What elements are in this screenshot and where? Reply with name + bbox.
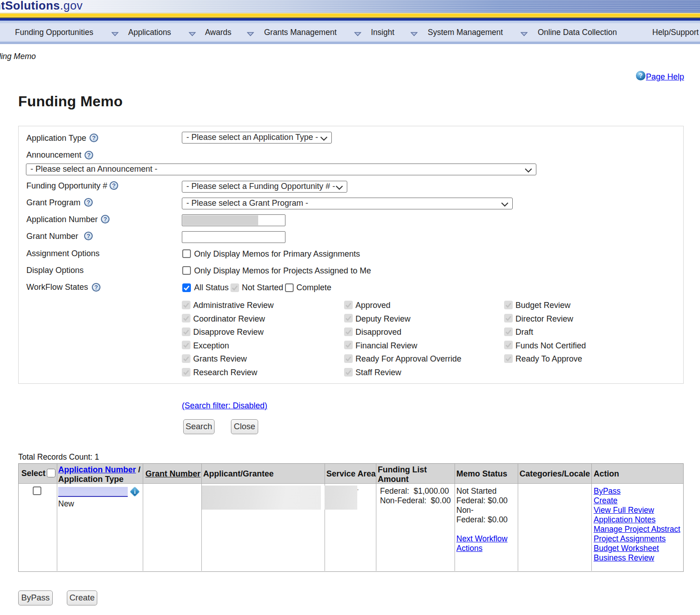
svg-text:i: i [134,488,136,495]
